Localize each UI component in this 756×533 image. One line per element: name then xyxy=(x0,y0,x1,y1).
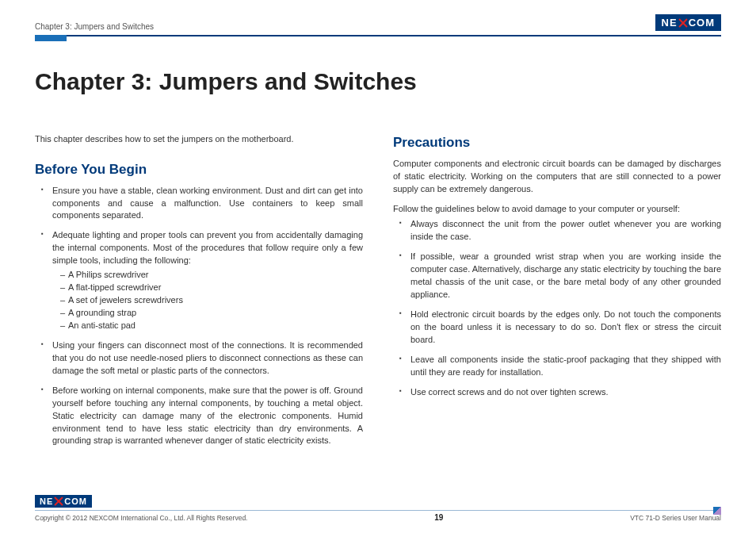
logo-text-pre: NE xyxy=(662,17,678,29)
copyright-text: Copyright © 2012 NEXCOM International Co… xyxy=(35,514,247,522)
logo-text-post: COM xyxy=(689,17,715,29)
logo-x-icon xyxy=(678,18,688,28)
section-heading-before: Before You Begin xyxy=(35,160,363,180)
footer-logo-post: COM xyxy=(64,497,87,506)
footer-logo-pre: NE xyxy=(40,497,53,506)
page-header: Chapter 3: Jumpers and Switches NECOM xyxy=(35,14,721,33)
list-item: If possible, wear a grounded wrist strap… xyxy=(403,251,721,301)
before-bullets: Ensure you have a stable, clean working … xyxy=(35,185,363,448)
list-item: Leave all components inside the static-p… xyxy=(403,354,721,379)
brand-logo: NECOM xyxy=(655,14,721,31)
list-item: Ensure you have a stable, clean working … xyxy=(44,185,363,223)
section-heading-precautions: Precautions xyxy=(393,133,721,153)
sub-item: A set of jewelers screwdrivers xyxy=(60,294,363,307)
precautions-bullets: Always disconnect the unit from the powe… xyxy=(393,218,721,398)
chapter-intro: This chapter describes how to set the ju… xyxy=(35,133,363,146)
logo-x-icon xyxy=(54,497,63,506)
page-content: Chapter 3: Jumpers and Switches This cha… xyxy=(35,36,721,454)
precautions-follow: Follow the guidelines below to avoid dam… xyxy=(393,203,721,216)
precautions-intro: Computer components and electronic circu… xyxy=(393,158,721,196)
footer-rule xyxy=(35,510,721,511)
sub-item: An anti-static pad xyxy=(60,320,363,332)
doc-title: VTC 71-D Series User Manual xyxy=(630,514,721,522)
list-item: Hold electronic circuit boards by the ed… xyxy=(403,309,721,347)
header-rule xyxy=(35,35,721,36)
left-column: This chapter describes how to set the ju… xyxy=(35,133,363,454)
footer-logo: NECOM xyxy=(35,495,92,508)
right-column: Precautions Computer components and elec… xyxy=(393,133,721,454)
sub-item: A flat-tipped screwdriver xyxy=(60,282,363,294)
list-item: Before working on internal components, m… xyxy=(44,385,363,448)
breadcrumb: Chapter 3: Jumpers and Switches xyxy=(35,22,154,31)
sub-item: A Philips screwdriver xyxy=(60,269,363,282)
page-number: 19 xyxy=(434,513,443,522)
list-item: Use correct screws and do not over tight… xyxy=(403,386,721,399)
chapter-title: Chapter 3: Jumpers and Switches xyxy=(35,68,721,95)
sub-item: A grounding strap xyxy=(60,307,363,320)
list-item: Adequate lighting and proper tools can p… xyxy=(44,229,363,332)
page-footer: NECOM Copyright © 2012 NEXCOM Internatio… xyxy=(35,493,721,522)
tool-sublist: A Philips screwdriver A flat-tipped scre… xyxy=(52,269,363,332)
list-item: Using your fingers can disconnect most o… xyxy=(44,339,363,378)
list-item: Always disconnect the unit from the powe… xyxy=(403,218,721,243)
